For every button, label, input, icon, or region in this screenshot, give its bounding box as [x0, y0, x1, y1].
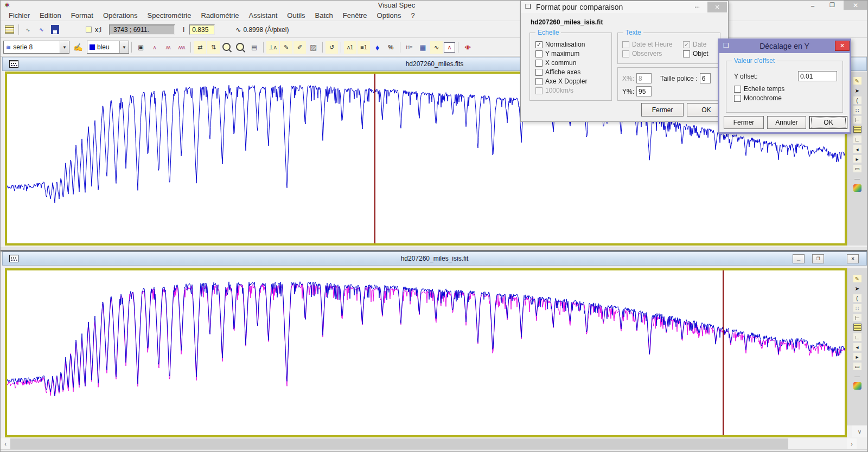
profile-double-icon[interactable]: ʌʌ — [162, 41, 174, 54]
checkbox-echelle-temps[interactable]: Echelle temps — [734, 85, 784, 93]
droplet-icon[interactable]: ♦ — [371, 41, 384, 54]
y-offset-field[interactable] — [798, 71, 837, 81]
checkbox-affiche-axes[interactable]: Affiche axes — [535, 68, 606, 76]
hand-edit-icon[interactable]: ✍ — [71, 41, 85, 54]
profile-triple-icon[interactable]: ʌʌʌ — [175, 41, 188, 54]
ok-button[interactable]: OK — [809, 116, 847, 129]
scroll-right-icon[interactable]: › — [847, 438, 857, 449]
annuler-button[interactable]: Annuler — [767, 116, 806, 129]
close-icon[interactable]: ✕ — [707, 2, 727, 12]
rainbow-icon[interactable] — [853, 382, 861, 390]
fill-hatch-icon[interactable]: ▨ — [307, 41, 320, 54]
checkbox-box[interactable] — [734, 95, 741, 102]
menu-fichier[interactable]: Fichier — [4, 10, 35, 21]
calibration-icon[interactable]: ∿ — [430, 41, 443, 54]
open-profile-icon[interactable]: ∿ — [22, 23, 34, 36]
zoom-off-icon[interactable]: ✕ — [234, 41, 247, 54]
layers-icon[interactable] — [3, 23, 16, 36]
series-combo-arrow[interactable]: ▼ — [60, 41, 69, 53]
ruler-icon[interactable] — [853, 324, 861, 331]
series-combo[interactable]: ≋serie 8 ▼ — [3, 41, 69, 54]
menu-op-rations[interactable]: Opérations — [98, 10, 143, 21]
arrow-left-icon[interactable]: ◂ — [853, 343, 861, 351]
checkbox-objet[interactable]: Objet — [683, 50, 721, 57]
scroll-down-icon[interactable]: ∨ — [852, 425, 867, 437]
h-lines-icon[interactable]: H≡ — [403, 41, 416, 54]
checkbox-box[interactable] — [734, 86, 741, 93]
rainbow-icon[interactable] — [853, 184, 861, 192]
restore-button[interactable]: ❐ — [824, 1, 840, 10]
divider-line-icon[interactable]: — — [853, 175, 861, 182]
dots-icon[interactable]: ∷ — [853, 304, 861, 312]
checkbox-date[interactable]: ✓Date — [683, 41, 721, 48]
shift-x-icon[interactable]: ⇄ — [194, 41, 206, 54]
restore-button[interactable]: ❐ — [812, 254, 824, 263]
psf-icon[interactable]: ∧ — [444, 42, 455, 53]
divider-line-icon[interactable]: — — [853, 372, 861, 380]
checkbox-observers[interactable]: Observers — [622, 50, 682, 57]
close-button[interactable]: ✕ — [844, 1, 867, 10]
checkbox-box[interactable] — [622, 41, 629, 48]
recompute-icon[interactable]: ↺ — [326, 41, 338, 54]
pen-icon[interactable]: ✎ — [853, 275, 861, 282]
draw-line-icon[interactable]: ✎ — [280, 41, 292, 54]
profile-single-icon[interactable]: ʌ — [148, 41, 161, 54]
y-percent-field[interactable] — [636, 86, 652, 96]
axis-icon[interactable]: ⊢ — [853, 314, 861, 321]
checkbox-x-commun[interactable]: X commun — [535, 59, 606, 67]
minimize-button[interactable]: – — [805, 1, 821, 10]
checkbox-box[interactable]: ✓ — [683, 41, 690, 48]
close-icon[interactable]: ✕ — [835, 41, 850, 51]
zoom-icon[interactable] — [221, 41, 233, 54]
ruler-icon[interactable] — [853, 126, 861, 133]
checkbox-box[interactable] — [683, 50, 690, 57]
normalize-one-icon[interactable]: ʌ1 — [344, 41, 356, 54]
measure-lines-icon[interactable]: ⊥ʌ — [266, 41, 279, 54]
checkbox-box[interactable] — [535, 50, 542, 57]
normalize-list-icon[interactable]: ≡1 — [358, 41, 370, 54]
cursor-line-top[interactable] — [374, 74, 375, 243]
eraser-icon[interactable]: ▭ — [853, 165, 861, 172]
cursor-toggle-checkbox[interactable] — [86, 27, 92, 33]
checkbox-box[interactable] — [535, 60, 542, 67]
arrow-right-icon[interactable]: ▸ — [853, 155, 861, 163]
overlay-chart-icon[interactable]: ▣ — [135, 41, 147, 54]
menu-format[interactable]: Format — [66, 10, 98, 21]
fermer-button[interactable]: Fermer — [724, 116, 764, 129]
arrow-icon[interactable]: ➤ — [853, 87, 861, 94]
menu-options[interactable]: Options — [372, 10, 406, 21]
font-size-field[interactable] — [700, 73, 711, 83]
parenthesis-icon[interactable]: ( — [853, 96, 861, 104]
menu-fen-tre[interactable]: Fenêtre — [338, 10, 372, 21]
checkbox-box[interactable] — [535, 69, 542, 76]
close-button[interactable]: ✕ — [847, 254, 859, 263]
menu-radiom-trie[interactable]: Radiométrie — [196, 10, 244, 21]
menu-batch[interactable]: Batch — [310, 10, 338, 21]
eraser-icon[interactable]: ▭ — [853, 363, 861, 370]
horizontal-scrollbar[interactable]: ‹ › — [1, 438, 860, 449]
x-percent-field[interactable] — [636, 73, 652, 83]
scroll-left-icon[interactable]: ‹ — [1, 438, 10, 449]
arrow-icon[interactable]: ➤ — [853, 285, 861, 292]
axis-icon[interactable]: ⊢ — [853, 116, 861, 124]
chart-icon[interactable]: ∿ — [35, 23, 48, 36]
color-combo[interactable]: bleu ▼ — [87, 41, 129, 54]
dots-icon[interactable]: ∷ — [853, 106, 861, 114]
scale-icon[interactable]: ∟ — [853, 333, 861, 341]
checkbox-monochrome[interactable]: Monochrome — [734, 94, 784, 102]
audio-play-icon[interactable]: ◖▮◗ — [461, 41, 474, 54]
pen-icon[interactable]: ✎ — [853, 77, 861, 85]
cursor-line-bottom[interactable] — [723, 270, 724, 435]
checkbox-1000km-s[interactable]: 1000km/s — [535, 87, 606, 94]
menu-outils[interactable]: Outils — [282, 10, 310, 21]
menu-[interactable]: ? — [406, 10, 419, 21]
color-combo-arrow[interactable]: ▼ — [119, 41, 129, 53]
checkbox-box[interactable] — [535, 87, 542, 94]
ratio-icon[interactable]: % — [385, 41, 397, 54]
menu-edition[interactable]: Edition — [35, 10, 66, 21]
menu-spectrom-trie[interactable]: Spectrométrie — [143, 10, 196, 21]
scale-icon[interactable]: ∟ — [853, 135, 861, 143]
checkbox-axe-x-doppler[interactable]: Axe X Doppler — [535, 78, 606, 85]
element-table-icon[interactable]: ▦ — [417, 41, 429, 54]
spectrum-plot-bottom[interactable] — [7, 270, 845, 435]
